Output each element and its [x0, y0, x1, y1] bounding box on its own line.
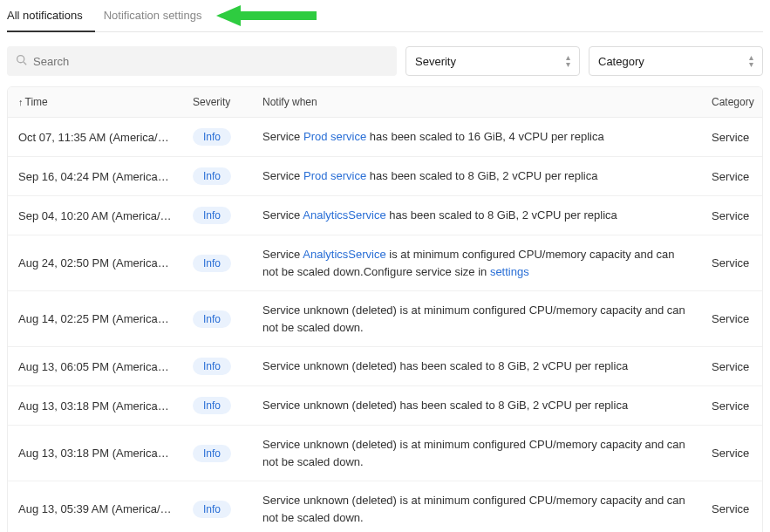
category-cell: Service — [701, 160, 762, 194]
severity-filter[interactable]: Severity ▴▾ — [405, 46, 580, 76]
category-cell: Service — [701, 120, 762, 154]
severity-badge: Info — [193, 397, 231, 414]
filter-bar: Severity ▴▾ Category ▴▾ — [7, 46, 763, 76]
notify-cell: Service unknown (deleted) is at minimum … — [262, 492, 691, 526]
severity-badge: Info — [193, 255, 231, 272]
column-severity[interactable]: Severity — [182, 87, 252, 117]
notify-cell: Service AnalyticsService is at minimum c… — [262, 246, 691, 280]
notify-cell: Service AnalyticsService has been scaled… — [262, 207, 691, 224]
table-row: Sep 16, 04:24 PM (America/Los_...InfoSer… — [8, 157, 762, 196]
notify-cell: Service unknown (deleted) has been scale… — [262, 397, 691, 414]
category-filter[interactable]: Category ▴▾ — [589, 46, 763, 76]
table-row: Aug 13, 05:39 AM (America/Los_...InfoSer… — [8, 481, 762, 532]
category-cell: Service — [701, 350, 762, 384]
category-cell: Service — [701, 389, 762, 423]
table-row: Aug 24, 02:50 PM (America/Los_...InfoSer… — [8, 235, 762, 291]
time-cell: Aug 13, 06:05 PM (America/Los_... — [18, 360, 172, 373]
tab-notification-settings[interactable]: Notification settings — [104, 0, 215, 31]
table-row: Sep 04, 10:20 AM (America/Los_...InfoSer… — [8, 196, 762, 235]
severity-filter-label: Severity — [415, 55, 456, 68]
category-filter-label: Category — [598, 55, 644, 68]
severity-badge: Info — [193, 128, 231, 146]
severity-badge: Info — [193, 167, 231, 185]
column-notify-when[interactable]: Notify when — [252, 87, 701, 117]
severity-badge: Info — [193, 358, 231, 375]
time-cell: Aug 13, 05:39 AM (America/Los_... — [18, 502, 172, 515]
chevron-updown-icon: ▴▾ — [566, 54, 570, 68]
table-row: Aug 14, 02:25 PM (America/Los_...InfoSer… — [8, 291, 762, 347]
chevron-updown-icon: ▴▾ — [749, 54, 753, 68]
time-cell: Sep 04, 10:20 AM (America/Los_... — [18, 209, 172, 222]
severity-badge: Info — [193, 501, 231, 518]
table-row: Aug 13, 03:18 PM (America/Los_...InfoSer… — [8, 426, 762, 481]
time-cell: Aug 13, 03:18 PM (America/Los_... — [18, 447, 172, 460]
notify-cell: Service Prod service has been scaled to … — [262, 167, 691, 185]
table-row: Aug 13, 03:18 PM (America/Los_...InfoSer… — [8, 386, 762, 426]
table-header: ↑Time Severity Notify when Category — [8, 87, 762, 118]
column-time[interactable]: ↑Time — [8, 87, 182, 117]
severity-badge: Info — [193, 207, 231, 224]
time-cell: Aug 24, 02:50 PM (America/Los_... — [18, 256, 172, 269]
time-cell: Aug 14, 02:25 PM (America/Los_... — [18, 312, 172, 325]
category-cell: Service — [701, 436, 762, 470]
time-cell: Sep 16, 04:24 PM (America/Los_... — [18, 170, 172, 183]
notify-cell: Service unknown (deleted) is at minimum … — [262, 436, 691, 470]
service-link[interactable]: settings — [490, 265, 529, 278]
category-cell: Service — [701, 492, 762, 526]
svg-point-0 — [17, 56, 24, 63]
sort-asc-icon: ↑ — [18, 97, 24, 107]
service-link[interactable]: Prod service — [303, 130, 366, 143]
time-cell: Aug 13, 03:18 PM (America/Los_... — [18, 399, 172, 413]
category-cell: Service — [701, 199, 762, 233]
notify-cell: Service unknown (deleted) has been scale… — [262, 358, 691, 375]
category-cell: Service — [701, 302, 762, 336]
search-icon — [16, 54, 27, 68]
service-link[interactable]: AnalyticsService — [303, 208, 385, 222]
table-row: Oct 07, 11:35 AM (America/Los_...InfoSer… — [8, 118, 762, 157]
service-link[interactable]: Prod service — [303, 169, 366, 182]
severity-badge: Info — [193, 310, 231, 328]
column-category[interactable]: Category — [701, 87, 762, 117]
severity-badge: Info — [193, 445, 231, 462]
service-link[interactable]: AnalyticsService — [303, 248, 385, 261]
time-cell: Oct 07, 11:35 AM (America/Los_... — [18, 131, 172, 144]
table-row: Aug 13, 06:05 PM (America/Los_...InfoSer… — [8, 347, 762, 386]
svg-line-1 — [24, 62, 26, 65]
notify-cell: Service unknown (deleted) is at minimum … — [262, 302, 691, 336]
notifications-table: ↑Time Severity Notify when Category Oct … — [7, 86, 763, 532]
annotation-arrow-icon — [216, 3, 321, 28]
tabs: All notifications Notification settings — [7, 0, 763, 32]
category-cell: Service — [701, 246, 762, 280]
tab-all-notifications[interactable]: All notifications — [7, 0, 95, 32]
notify-cell: Service Prod service has been scaled to … — [262, 128, 691, 146]
search-input[interactable] — [7, 46, 397, 76]
